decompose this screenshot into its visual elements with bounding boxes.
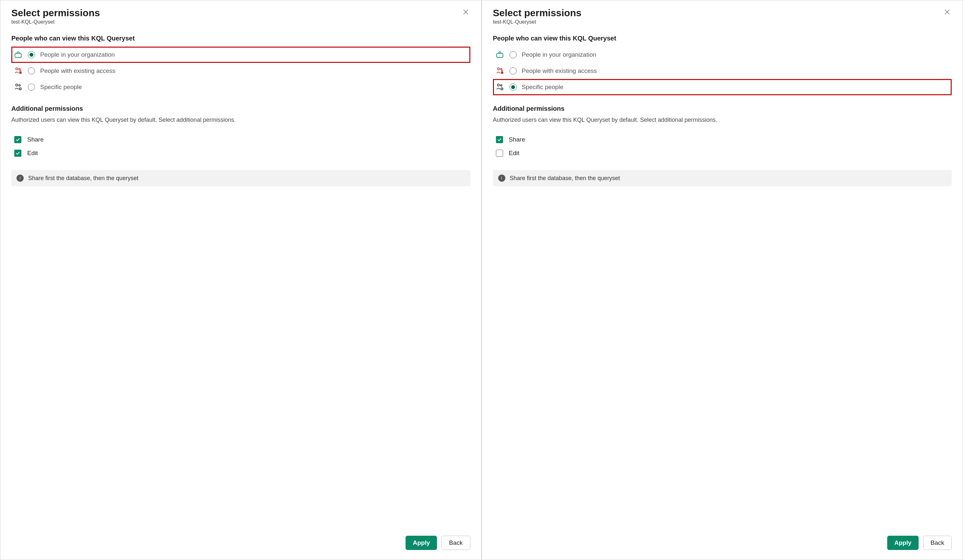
- back-button[interactable]: Back: [923, 536, 952, 550]
- radio-label-existing: People with existing access: [522, 67, 597, 74]
- radio-row-existing[interactable]: People with existing access: [493, 63, 952, 79]
- checkbox-share[interactable]: [496, 136, 503, 143]
- radio-label-specific: Specific people: [522, 84, 564, 91]
- briefcase-icon: [14, 50, 23, 59]
- people-lock-icon: [495, 66, 504, 76]
- checkbox-label-share: Share: [509, 136, 525, 143]
- checkbox-label-edit: Edit: [27, 150, 38, 157]
- radio-dot: [29, 53, 33, 57]
- header-text: Select permissions test-KQL-Queryset: [493, 8, 581, 25]
- audience-radio-group: People in your organization People with …: [493, 47, 952, 95]
- svg-point-1: [16, 68, 18, 70]
- svg-point-4: [16, 84, 18, 86]
- radio-input-org[interactable]: [509, 51, 517, 58]
- radio-row-specific[interactable]: Specific people: [493, 79, 952, 95]
- info-icon: i: [498, 175, 505, 182]
- svg-point-5: [19, 84, 20, 86]
- audience-heading: People who can view this KQL Queryset: [493, 35, 952, 42]
- additional-desc: Authorized users can view this KQL Query…: [11, 116, 470, 124]
- checkbox-row-edit[interactable]: Edit: [495, 146, 950, 160]
- people-add-icon: [495, 83, 504, 92]
- panel-footer: Apply Back: [493, 523, 952, 550]
- radio-label-specific: Specific people: [40, 84, 82, 91]
- panel-subtitle: test-KQL-Queryset: [11, 19, 100, 25]
- svg-rect-0: [15, 53, 21, 58]
- people-add-icon: [14, 83, 23, 92]
- briefcase-icon: [495, 50, 504, 59]
- additional-desc: Authorized users can view this KQL Query…: [493, 116, 952, 124]
- checkbox-edit[interactable]: [496, 150, 503, 157]
- svg-point-8: [497, 68, 499, 70]
- audience-heading: People who can view this KQL Queryset: [11, 35, 470, 42]
- checkbox-row-edit[interactable]: Edit: [14, 146, 468, 160]
- people-lock-icon: [14, 66, 23, 76]
- radio-input-org[interactable]: [28, 51, 35, 58]
- info-text: Share first the database, then the query…: [28, 175, 138, 182]
- panel-title: Select permissions: [493, 8, 581, 18]
- additional-heading: Additional permissions: [493, 105, 952, 112]
- check-icon: [16, 151, 20, 155]
- checkbox-edit[interactable]: [14, 150, 21, 157]
- close-button[interactable]: [461, 8, 470, 16]
- permissions-checkbox-group: Share Edit: [493, 130, 952, 163]
- additional-heading: Additional permissions: [11, 105, 470, 112]
- permissions-panel-left: Select permissions test-KQL-Queryset Peo…: [0, 0, 481, 560]
- panel-header: Select permissions test-KQL-Queryset: [11, 8, 470, 25]
- close-icon: [944, 9, 950, 15]
- checkbox-row-share[interactable]: Share: [14, 133, 468, 146]
- panel-title: Select permissions: [11, 8, 100, 18]
- checkbox-share[interactable]: [14, 136, 21, 143]
- radio-input-specific[interactable]: [509, 84, 517, 91]
- checkbox-label-edit: Edit: [509, 150, 520, 157]
- permissions-checkbox-group: Share Edit: [11, 130, 470, 163]
- radio-row-specific[interactable]: Specific people: [11, 79, 470, 95]
- panel-footer: Apply Back: [11, 523, 470, 550]
- radio-dot: [511, 85, 515, 89]
- panel-header: Select permissions test-KQL-Queryset: [493, 8, 952, 25]
- radio-label-org: People in your organization: [40, 51, 115, 58]
- panel-subtitle: test-KQL-Queryset: [493, 19, 581, 25]
- apply-button[interactable]: Apply: [405, 536, 437, 550]
- radio-label-existing: People with existing access: [40, 67, 115, 74]
- radio-row-existing[interactable]: People with existing access: [11, 63, 470, 79]
- radio-input-specific[interactable]: [28, 84, 35, 91]
- svg-rect-3: [19, 71, 22, 74]
- close-button[interactable]: [943, 8, 952, 16]
- info-icon: i: [16, 175, 24, 182]
- radio-row-org[interactable]: People in your organization: [493, 47, 952, 63]
- check-icon: [497, 138, 502, 142]
- header-text: Select permissions test-KQL-Queryset: [11, 8, 100, 25]
- svg-rect-10: [501, 71, 503, 74]
- back-button[interactable]: Back: [441, 536, 470, 550]
- svg-point-12: [500, 84, 502, 86]
- info-bar: i Share first the database, then the que…: [493, 170, 952, 186]
- svg-rect-7: [496, 53, 503, 58]
- check-icon: [16, 138, 20, 142]
- info-text: Share first the database, then the query…: [510, 175, 620, 182]
- svg-point-11: [497, 84, 499, 86]
- svg-point-9: [500, 68, 502, 70]
- svg-point-2: [19, 68, 20, 70]
- radio-input-existing[interactable]: [509, 67, 517, 74]
- radio-row-org[interactable]: People in your organization: [11, 47, 470, 63]
- checkbox-row-share[interactable]: Share: [495, 133, 950, 146]
- radio-label-org: People in your organization: [522, 51, 596, 58]
- checkbox-label-share: Share: [27, 136, 44, 143]
- info-bar: i Share first the database, then the que…: [11, 170, 470, 186]
- apply-button[interactable]: Apply: [887, 536, 919, 550]
- radio-input-existing[interactable]: [28, 67, 35, 74]
- close-icon: [462, 9, 469, 15]
- audience-radio-group: People in your organization People with …: [11, 47, 470, 95]
- permissions-panel-right: Select permissions test-KQL-Queryset Peo…: [481, 0, 963, 560]
